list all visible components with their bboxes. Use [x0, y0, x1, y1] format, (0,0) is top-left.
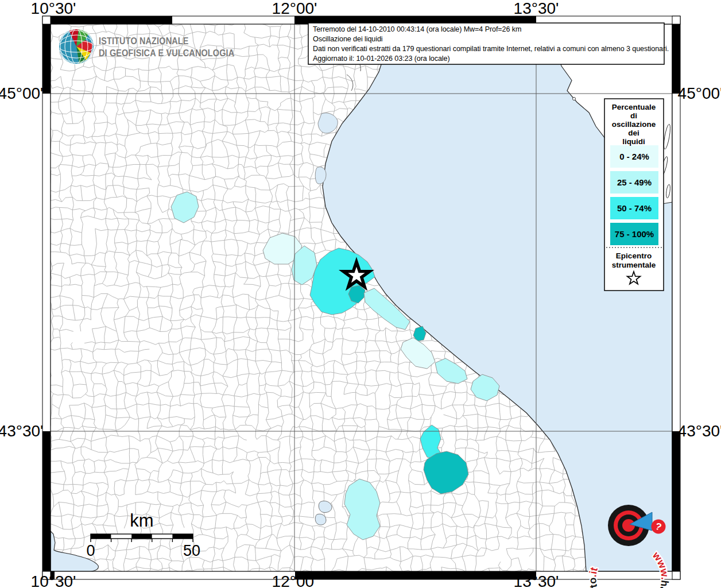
- island: [572, 97, 575, 100]
- legend-title-line: Percentuale: [612, 103, 656, 111]
- axis-label-right-1: 45°00': [678, 84, 721, 103]
- legend-item-label-2: 25 - 49%: [617, 177, 652, 187]
- axis-label-left-1: 45°00': [0, 84, 43, 103]
- scalebar-end: 50: [183, 542, 200, 560]
- legend-item-label-4: 75 - 100%: [615, 229, 654, 239]
- info-line-disclaimer: Dati non verificati estratti da 179 ques…: [313, 45, 669, 53]
- map-canvas: ?www.haisentitoilterremoto.it: [0, 0, 721, 588]
- legend-item-label-3: 50 - 74%: [617, 203, 652, 213]
- info-line-updated: Aggiornato il: 10-01-2026 03:23 (ora loc…: [313, 55, 450, 63]
- map-page: ?www.haisentitoilterremoto.it 10°30' 12°…: [0, 0, 721, 588]
- scalebar-unit: km: [130, 510, 153, 531]
- legend-title-line: di: [630, 111, 637, 120]
- axis-label-left-2: 43°30': [0, 422, 43, 440]
- legend-epicenter-line: Epicentro: [616, 252, 652, 260]
- axis-label-right-2: 43°30': [678, 422, 721, 440]
- info-line-effect: Oscillazione dei liquidi: [313, 35, 383, 43]
- scalebar-start: 0: [86, 542, 95, 560]
- info-line-event: Terremoto del 14-10-2010 00:43:14 (ora l…: [313, 25, 521, 33]
- legend-item-label-1: 0 - 24%: [619, 152, 649, 161]
- axis-label-top-3: 13°30': [514, 0, 559, 18]
- legend-title-line: oscillazione: [612, 120, 656, 129]
- axis-label-top-1: 10°30': [31, 0, 76, 18]
- legend-title-line: dei: [628, 129, 639, 137]
- legend-title-line: liquidi: [622, 137, 645, 146]
- axis-label-bottom-2: 12°00': [272, 572, 317, 588]
- map-content: [48, 20, 687, 588]
- legend-epicenter-line: strumentale: [612, 261, 656, 269]
- axis-label-top-2: 12°00': [272, 0, 317, 18]
- ingv-wordmark-line1: ISTITUTO NAZIONALE: [99, 36, 189, 47]
- ingv-wordmark-line2: DI GEOFISICA E VULCANOLOGIA: [99, 48, 234, 59]
- axis-label-bottom-3: 13°30': [514, 572, 559, 588]
- axis-label-bottom-1: 10°30': [31, 572, 76, 588]
